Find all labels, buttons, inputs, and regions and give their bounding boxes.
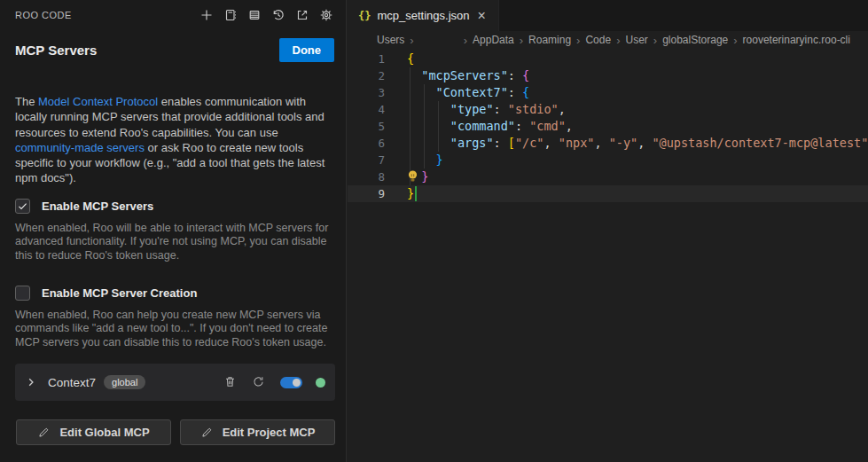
tab-mcp-settings[interactable]: {} mcp_settings.json × [348, 0, 499, 31]
breadcrumb-separator-icon: › [410, 34, 413, 47]
setting-head[interactable]: Enable MCP Servers [15, 199, 335, 214]
server-name: Context7 [48, 376, 96, 389]
code-text: } [385, 185, 414, 202]
code-text: "command": "cmd", [385, 118, 573, 135]
json-file-icon: {} [358, 10, 371, 22]
intro-text-part: The [15, 95, 38, 108]
tab-filename: mcp_settings.json [377, 9, 469, 22]
pencil-icon [200, 427, 213, 439]
roo-code-panel: ROO CODE MCP Servers Done The Model Cont… [0, 0, 347, 462]
code-text: { [385, 51, 414, 67]
line-number: 2 [348, 67, 385, 84]
code-lines: 1{2 "mcpServers": {3 "Context7": {4 "typ… [348, 51, 868, 202]
breadcrumb-separator-icon: › [616, 34, 620, 47]
mcp-servers-icon[interactable] [246, 7, 262, 23]
tab-close-icon[interactable]: × [476, 9, 488, 23]
code-line[interactable]: 4 "type": "stdio", [348, 101, 868, 118]
line-number: 9 [348, 185, 385, 202]
breadcrumb-item[interactable]: Code [585, 34, 611, 46]
code-line[interactable]: 3 "Context7": { [348, 84, 868, 101]
status-dot [316, 378, 325, 388]
code-line[interactable]: 1{ [348, 51, 868, 67]
breadcrumb-separator-icon: › [733, 34, 737, 47]
code-editor[interactable]: 1{2 "mcpServers": {3 "Context7": {4 "typ… [348, 49, 868, 202]
intro-link[interactable]: community-made servers [15, 141, 145, 154]
chevron-right-icon[interactable] [24, 375, 38, 389]
breadcrumb-item[interactable]: Roaming [528, 34, 571, 46]
code-line[interactable]: 9} [348, 185, 868, 202]
edit-global-mcp-button[interactable]: Edit Global MCP [16, 419, 171, 445]
line-number: 1 [348, 51, 385, 67]
open-in-editor-icon[interactable] [294, 7, 310, 23]
settings-gear-icon[interactable] [318, 7, 334, 23]
breadcrumb-separator-icon: › [653, 34, 657, 47]
line-number: 8 [348, 168, 385, 185]
panel-header: ROO CODE [0, 0, 346, 23]
enable-mcp-server-creation-checkbox[interactable] [15, 286, 30, 301]
breadcrumb-separator-icon: › [520, 34, 523, 47]
line-number: 7 [348, 152, 385, 168]
breadcrumb-item[interactable]: User [625, 34, 647, 46]
setting-enable-mcp-servers: Enable MCP Servers When enabled, Roo wil… [15, 199, 335, 262]
check-icon [17, 200, 28, 212]
button-label: Edit Global MCP [59, 426, 149, 439]
delete-trash-icon[interactable] [223, 375, 239, 390]
new-task-icon[interactable] [199, 7, 215, 23]
edit-project-mcp-button[interactable]: Edit Project MCP [180, 419, 335, 445]
server-actions [223, 375, 325, 390]
breadcrumb-item[interactable]: globalStorage [662, 34, 728, 46]
editor-pane: {} mcp_settings.json × Users››AppData›Ro… [348, 0, 868, 462]
enable-mcp-servers-checkbox[interactable] [15, 199, 30, 214]
page-title: MCP Servers [15, 43, 97, 58]
code-text: "Context7": { [385, 84, 529, 101]
pencil-icon [37, 427, 50, 439]
breadcrumb-separator-icon: › [464, 34, 467, 47]
prompts-notebook-icon[interactable] [223, 7, 239, 23]
lightbulb-icon[interactable] [406, 169, 419, 184]
breadcrumb-separator-icon: › [576, 34, 580, 47]
title-row: MCP Servers Done [15, 38, 334, 62]
button-label: Edit Project MCP [223, 426, 316, 439]
line-number: 5 [348, 118, 385, 135]
brand-label: ROO CODE [15, 10, 72, 20]
text-cursor [415, 186, 417, 201]
code-line[interactable]: 6 "args": ["/c", "npx", "-y", "@upstash/… [348, 135, 868, 152]
server-row-context7: Context7 global [15, 364, 335, 401]
intro-link[interactable]: Model Context Protocol [38, 95, 158, 108]
footer-buttons: Edit Global MCP Edit Project MCP [16, 419, 335, 445]
restart-refresh-icon[interactable] [252, 375, 267, 390]
code-text: } [385, 152, 443, 168]
intro-text: The Model Context Protocol enables commu… [15, 94, 335, 186]
setting-description: When enabled, Roo can help you create ne… [15, 309, 335, 349]
line-number: 6 [348, 135, 385, 152]
panel-toolbar [199, 7, 334, 23]
breadcrumb: Users››AppData›Roaming›Code›User›globalS… [348, 31, 868, 49]
line-number: 4 [348, 101, 385, 118]
code-line[interactable]: 7 } [348, 152, 868, 168]
breadcrumb-item[interactable]: rooveterinaryinc.roo-cli [743, 34, 850, 46]
code-line[interactable]: 5 "command": "cmd", [348, 118, 868, 135]
server-enabled-toggle[interactable] [280, 377, 302, 388]
setting-description: When enabled, Roo will be able to intera… [15, 222, 335, 262]
code-text: "mcpServers": { [385, 67, 529, 84]
code-text: "args": ["/c", "npx", "-y", "@upstash/co… [385, 135, 868, 152]
done-button[interactable]: Done [279, 38, 335, 62]
scope-badge: global [104, 375, 145, 389]
setting-enable-mcp-server-creation: Enable MCP Server Creation When enabled,… [15, 286, 335, 349]
setting-head[interactable]: Enable MCP Server Creation [15, 286, 335, 301]
history-icon[interactable] [270, 7, 286, 23]
setting-label: Enable MCP Server Creation [42, 286, 197, 300]
breadcrumb-item[interactable]: AppData [473, 34, 514, 46]
setting-label: Enable MCP Servers [42, 200, 153, 213]
line-number: 3 [348, 84, 385, 101]
code-line[interactable]: 2 "mcpServers": { [348, 67, 868, 84]
code-line[interactable]: 8 } [348, 168, 868, 185]
code-text: "type": "stdio", [385, 101, 566, 118]
breadcrumb-item[interactable]: Users [377, 34, 404, 46]
tab-bar: {} mcp_settings.json × [348, 0, 868, 31]
